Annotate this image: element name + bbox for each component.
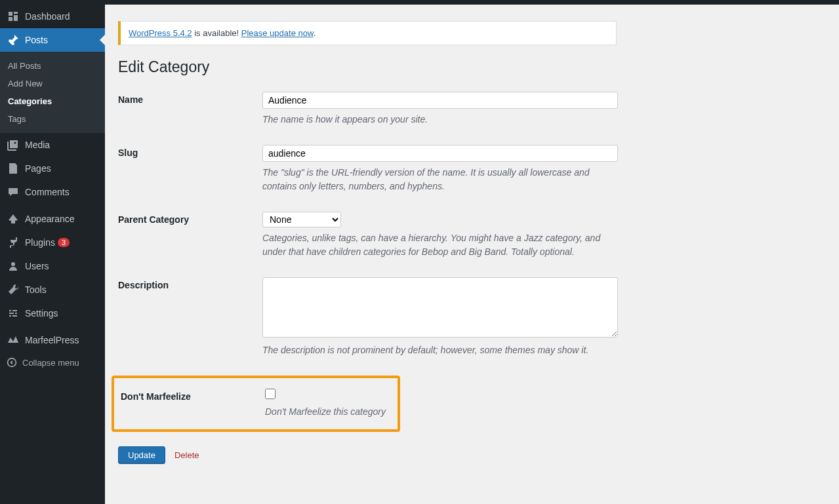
- sidebar-item-label: MarfeelPress: [25, 335, 79, 345]
- submenu-add-new[interactable]: Add New: [0, 75, 105, 92]
- svg-point-0: [14, 142, 16, 144]
- label-slug: Slug: [118, 145, 262, 158]
- dashboard-icon: [7, 10, 20, 23]
- comments-icon: [7, 185, 20, 199]
- sidebar-item-label: Posts: [25, 35, 48, 45]
- collapse-label: Collapse menu: [22, 358, 79, 368]
- label-marfeelize: Don't Marfeelize: [118, 389, 265, 402]
- submenu-categories[interactable]: Categories: [0, 92, 105, 110]
- sidebar-item-label: Settings: [25, 308, 58, 319]
- sidebar-item-label: Appearance: [25, 214, 75, 224]
- sidebar-item-dashboard[interactable]: Dashboard: [0, 5, 105, 28]
- settings-icon: [7, 307, 20, 320]
- sidebar-item-settings[interactable]: Settings: [0, 301, 105, 325]
- admin-sidebar: Dashboard Posts All Posts Add New Catego…: [0, 5, 105, 504]
- marfeelize-checkbox[interactable]: [265, 389, 276, 399]
- pages-icon: [7, 162, 20, 175]
- form-actions: Update Delete: [118, 446, 826, 464]
- update-button[interactable]: Update: [118, 446, 165, 464]
- posts-submenu: All Posts Add New Categories Tags: [0, 52, 105, 133]
- sidebar-item-plugins[interactable]: Plugins 3: [0, 231, 105, 254]
- sidebar-item-comments[interactable]: Comments: [0, 180, 105, 204]
- row-marfeelize: Don't Marfeelize Don't Marfeelize this c…: [118, 389, 394, 419]
- row-slug: Slug The "slug" is the URL-friendly vers…: [118, 145, 826, 193]
- admin-toolbar: [0, 0, 839, 5]
- tools-icon: [7, 283, 20, 296]
- parent-description: Categories, unlike tags, can have a hier…: [262, 231, 618, 259]
- notice-text: is available!: [192, 28, 241, 38]
- parent-select[interactable]: None: [262, 212, 341, 227]
- update-badge: 3: [58, 238, 70, 247]
- sidebar-item-media[interactable]: Media: [0, 133, 105, 157]
- marfeelize-description: Don't Marfeelize this category: [265, 405, 394, 419]
- label-description: Description: [118, 277, 262, 290]
- label-parent: Parent Category: [118, 212, 262, 225]
- label-name: Name: [118, 92, 262, 105]
- row-parent: Parent Category None Categories, unlike …: [118, 212, 826, 259]
- collapse-menu[interactable]: Collapse menu: [0, 352, 105, 373]
- sidebar-item-users[interactable]: Users: [0, 254, 105, 278]
- row-name: Name The name is how it appears on your …: [118, 92, 826, 126]
- slug-input[interactable]: [262, 145, 618, 162]
- sidebar-item-appearance[interactable]: Appearance: [0, 207, 105, 231]
- svg-point-1: [11, 262, 15, 266]
- row-description: Description The description is not promi…: [118, 277, 826, 357]
- wordpress-version-link[interactable]: WordPress 5.4.2: [129, 28, 192, 38]
- slug-description: The "slug" is the URL-friendly version o…: [262, 166, 618, 193]
- description-help: The description is not prominent by defa…: [262, 343, 618, 357]
- sidebar-item-label: Dashboard: [25, 11, 70, 22]
- appearance-icon: [7, 212, 20, 225]
- sidebar-item-tools[interactable]: Tools: [0, 278, 105, 301]
- description-textarea[interactable]: [262, 277, 618, 338]
- submenu-all-posts[interactable]: All Posts: [0, 57, 105, 75]
- sidebar-item-pages[interactable]: Pages: [0, 157, 105, 180]
- delete-link[interactable]: Delete: [174, 450, 199, 460]
- name-input[interactable]: [262, 92, 618, 109]
- users-icon: [7, 260, 20, 273]
- marfeel-icon: [7, 334, 20, 347]
- sidebar-item-marfeelpress[interactable]: MarfeelPress: [0, 328, 105, 352]
- sidebar-item-label: Comments: [25, 187, 70, 197]
- sidebar-item-posts[interactable]: Posts: [0, 28, 105, 52]
- page-title: Edit Category: [118, 58, 826, 76]
- collapse-icon: [7, 357, 17, 368]
- update-notice: WordPress 5.4.2 is available! Please upd…: [118, 21, 617, 45]
- media-icon: [7, 138, 20, 151]
- sidebar-item-label: Users: [25, 261, 49, 271]
- main-content: WordPress 5.4.2 is available! Please upd…: [105, 5, 839, 504]
- sidebar-item-label: Tools: [25, 284, 47, 295]
- marfeelize-highlight: Don't Marfeelize Don't Marfeelize this c…: [112, 376, 400, 432]
- sidebar-item-label: Pages: [25, 163, 51, 174]
- update-now-link[interactable]: Please update now: [241, 28, 314, 38]
- submenu-tags[interactable]: Tags: [0, 110, 105, 128]
- name-description: The name is how it appears on your site.: [262, 113, 618, 126]
- pin-icon: [7, 33, 20, 47]
- sidebar-item-label: Plugins: [25, 237, 55, 248]
- notice-period: .: [314, 28, 316, 38]
- plugins-icon: [7, 236, 20, 249]
- sidebar-item-label: Media: [25, 140, 50, 150]
